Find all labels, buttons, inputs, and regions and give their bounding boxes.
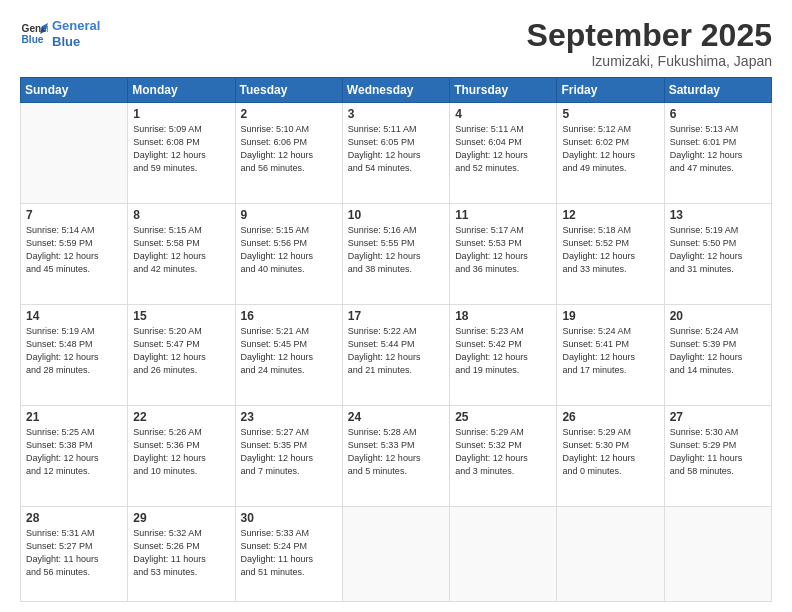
day-info: Sunrise: 5:30 AM Sunset: 5:29 PM Dayligh… — [670, 426, 766, 478]
weekday-header-sunday: Sunday — [21, 78, 128, 103]
week-row-3: 21Sunrise: 5:25 AM Sunset: 5:38 PM Dayli… — [21, 406, 772, 507]
calendar-cell: 30Sunrise: 5:33 AM Sunset: 5:24 PM Dayli… — [235, 506, 342, 601]
day-info: Sunrise: 5:33 AM Sunset: 5:24 PM Dayligh… — [241, 527, 337, 579]
day-number: 22 — [133, 410, 229, 424]
day-info: Sunrise: 5:21 AM Sunset: 5:45 PM Dayligh… — [241, 325, 337, 377]
day-info: Sunrise: 5:26 AM Sunset: 5:36 PM Dayligh… — [133, 426, 229, 478]
calendar-cell: 24Sunrise: 5:28 AM Sunset: 5:33 PM Dayli… — [342, 406, 449, 507]
calendar-cell: 16Sunrise: 5:21 AM Sunset: 5:45 PM Dayli… — [235, 305, 342, 406]
day-number: 10 — [348, 208, 444, 222]
day-info: Sunrise: 5:10 AM Sunset: 6:06 PM Dayligh… — [241, 123, 337, 175]
day-info: Sunrise: 5:19 AM Sunset: 5:50 PM Dayligh… — [670, 224, 766, 276]
calendar-cell: 14Sunrise: 5:19 AM Sunset: 5:48 PM Dayli… — [21, 305, 128, 406]
page: General Blue General Blue September 2025… — [0, 0, 792, 612]
header: General Blue General Blue September 2025… — [20, 18, 772, 69]
day-info: Sunrise: 5:24 AM Sunset: 5:39 PM Dayligh… — [670, 325, 766, 377]
day-info: Sunrise: 5:29 AM Sunset: 5:32 PM Dayligh… — [455, 426, 551, 478]
day-info: Sunrise: 5:14 AM Sunset: 5:59 PM Dayligh… — [26, 224, 122, 276]
weekday-header-saturday: Saturday — [664, 78, 771, 103]
calendar-cell: 28Sunrise: 5:31 AM Sunset: 5:27 PM Dayli… — [21, 506, 128, 601]
calendar-cell: 22Sunrise: 5:26 AM Sunset: 5:36 PM Dayli… — [128, 406, 235, 507]
calendar-table: SundayMondayTuesdayWednesdayThursdayFrid… — [20, 77, 772, 602]
calendar-cell: 3Sunrise: 5:11 AM Sunset: 6:05 PM Daylig… — [342, 103, 449, 204]
day-number: 28 — [26, 511, 122, 525]
day-info: Sunrise: 5:11 AM Sunset: 6:05 PM Dayligh… — [348, 123, 444, 175]
calendar-cell: 10Sunrise: 5:16 AM Sunset: 5:55 PM Dayli… — [342, 204, 449, 305]
day-number: 30 — [241, 511, 337, 525]
calendar-cell — [342, 506, 449, 601]
day-number: 6 — [670, 107, 766, 121]
day-number: 15 — [133, 309, 229, 323]
day-info: Sunrise: 5:32 AM Sunset: 5:26 PM Dayligh… — [133, 527, 229, 579]
calendar-cell: 12Sunrise: 5:18 AM Sunset: 5:52 PM Dayli… — [557, 204, 664, 305]
calendar-cell: 27Sunrise: 5:30 AM Sunset: 5:29 PM Dayli… — [664, 406, 771, 507]
calendar-cell: 6Sunrise: 5:13 AM Sunset: 6:01 PM Daylig… — [664, 103, 771, 204]
day-info: Sunrise: 5:22 AM Sunset: 5:44 PM Dayligh… — [348, 325, 444, 377]
weekday-header-monday: Monday — [128, 78, 235, 103]
location: Izumizaki, Fukushima, Japan — [527, 53, 772, 69]
month-title: September 2025 — [527, 18, 772, 53]
day-number: 1 — [133, 107, 229, 121]
week-row-4: 28Sunrise: 5:31 AM Sunset: 5:27 PM Dayli… — [21, 506, 772, 601]
day-info: Sunrise: 5:09 AM Sunset: 6:08 PM Dayligh… — [133, 123, 229, 175]
day-info: Sunrise: 5:20 AM Sunset: 5:47 PM Dayligh… — [133, 325, 229, 377]
weekday-header-thursday: Thursday — [450, 78, 557, 103]
day-number: 24 — [348, 410, 444, 424]
logo-text: General Blue — [52, 18, 100, 49]
calendar-cell: 9Sunrise: 5:15 AM Sunset: 5:56 PM Daylig… — [235, 204, 342, 305]
title-block: September 2025 Izumizaki, Fukushima, Jap… — [527, 18, 772, 69]
logo-icon: General Blue — [20, 20, 48, 48]
calendar-cell: 21Sunrise: 5:25 AM Sunset: 5:38 PM Dayli… — [21, 406, 128, 507]
day-info: Sunrise: 5:19 AM Sunset: 5:48 PM Dayligh… — [26, 325, 122, 377]
day-number: 9 — [241, 208, 337, 222]
week-row-0: 1Sunrise: 5:09 AM Sunset: 6:08 PM Daylig… — [21, 103, 772, 204]
day-number: 18 — [455, 309, 551, 323]
weekday-header-friday: Friday — [557, 78, 664, 103]
day-number: 13 — [670, 208, 766, 222]
calendar-cell — [450, 506, 557, 601]
calendar-cell: 8Sunrise: 5:15 AM Sunset: 5:58 PM Daylig… — [128, 204, 235, 305]
day-number: 27 — [670, 410, 766, 424]
calendar-cell: 5Sunrise: 5:12 AM Sunset: 6:02 PM Daylig… — [557, 103, 664, 204]
day-info: Sunrise: 5:12 AM Sunset: 6:02 PM Dayligh… — [562, 123, 658, 175]
calendar-cell — [21, 103, 128, 204]
week-row-2: 14Sunrise: 5:19 AM Sunset: 5:48 PM Dayli… — [21, 305, 772, 406]
day-number: 2 — [241, 107, 337, 121]
calendar-cell: 2Sunrise: 5:10 AM Sunset: 6:06 PM Daylig… — [235, 103, 342, 204]
calendar-cell: 15Sunrise: 5:20 AM Sunset: 5:47 PM Dayli… — [128, 305, 235, 406]
weekday-header-wednesday: Wednesday — [342, 78, 449, 103]
day-number: 12 — [562, 208, 658, 222]
day-info: Sunrise: 5:31 AM Sunset: 5:27 PM Dayligh… — [26, 527, 122, 579]
svg-text:Blue: Blue — [22, 33, 44, 44]
weekday-header-row: SundayMondayTuesdayWednesdayThursdayFrid… — [21, 78, 772, 103]
calendar-cell: 20Sunrise: 5:24 AM Sunset: 5:39 PM Dayli… — [664, 305, 771, 406]
day-info: Sunrise: 5:16 AM Sunset: 5:55 PM Dayligh… — [348, 224, 444, 276]
day-number: 5 — [562, 107, 658, 121]
calendar-cell: 26Sunrise: 5:29 AM Sunset: 5:30 PM Dayli… — [557, 406, 664, 507]
calendar-cell: 17Sunrise: 5:22 AM Sunset: 5:44 PM Dayli… — [342, 305, 449, 406]
calendar-cell: 4Sunrise: 5:11 AM Sunset: 6:04 PM Daylig… — [450, 103, 557, 204]
calendar-cell: 25Sunrise: 5:29 AM Sunset: 5:32 PM Dayli… — [450, 406, 557, 507]
calendar-cell: 18Sunrise: 5:23 AM Sunset: 5:42 PM Dayli… — [450, 305, 557, 406]
day-number: 3 — [348, 107, 444, 121]
calendar-cell: 1Sunrise: 5:09 AM Sunset: 6:08 PM Daylig… — [128, 103, 235, 204]
calendar-cell: 7Sunrise: 5:14 AM Sunset: 5:59 PM Daylig… — [21, 204, 128, 305]
day-number: 14 — [26, 309, 122, 323]
weekday-header-tuesday: Tuesday — [235, 78, 342, 103]
calendar-cell: 23Sunrise: 5:27 AM Sunset: 5:35 PM Dayli… — [235, 406, 342, 507]
day-info: Sunrise: 5:27 AM Sunset: 5:35 PM Dayligh… — [241, 426, 337, 478]
day-info: Sunrise: 5:28 AM Sunset: 5:33 PM Dayligh… — [348, 426, 444, 478]
day-number: 19 — [562, 309, 658, 323]
day-number: 25 — [455, 410, 551, 424]
day-number: 8 — [133, 208, 229, 222]
calendar-cell: 29Sunrise: 5:32 AM Sunset: 5:26 PM Dayli… — [128, 506, 235, 601]
day-number: 29 — [133, 511, 229, 525]
day-info: Sunrise: 5:25 AM Sunset: 5:38 PM Dayligh… — [26, 426, 122, 478]
day-number: 16 — [241, 309, 337, 323]
day-number: 11 — [455, 208, 551, 222]
day-info: Sunrise: 5:13 AM Sunset: 6:01 PM Dayligh… — [670, 123, 766, 175]
day-info: Sunrise: 5:29 AM Sunset: 5:30 PM Dayligh… — [562, 426, 658, 478]
day-number: 4 — [455, 107, 551, 121]
day-number: 26 — [562, 410, 658, 424]
day-info: Sunrise: 5:24 AM Sunset: 5:41 PM Dayligh… — [562, 325, 658, 377]
